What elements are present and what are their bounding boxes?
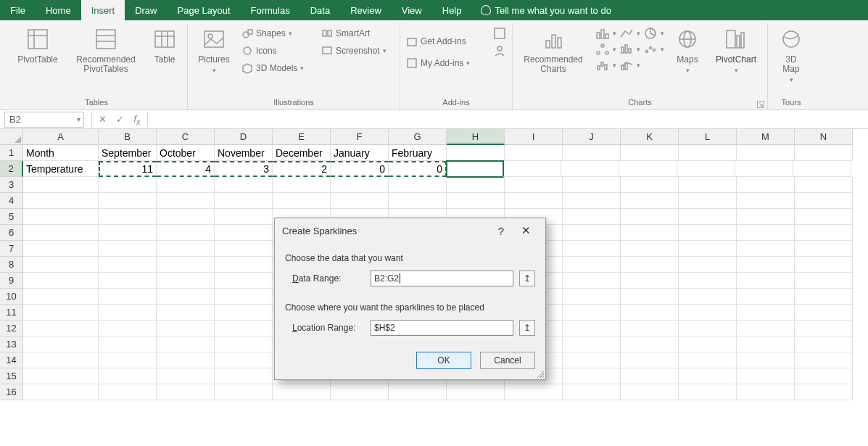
cell-M5[interactable] (737, 209, 795, 225)
cell-K6[interactable] (621, 225, 679, 241)
cell-B4[interactable] (99, 193, 157, 209)
cell-C15[interactable] (157, 368, 215, 384)
cell-B15[interactable] (99, 368, 157, 384)
row-header-7[interactable]: 7 (0, 241, 23, 257)
cell-C5[interactable] (157, 209, 215, 225)
cell-K14[interactable] (621, 352, 679, 368)
cell-A4[interactable] (23, 193, 99, 209)
cell-D16[interactable] (215, 384, 273, 400)
cell-F2[interactable]: 0 (331, 161, 389, 177)
cell-C16[interactable] (157, 384, 215, 400)
data-range-input[interactable]: B2:G2 (371, 271, 513, 286)
col-header-H[interactable]: H (447, 129, 505, 145)
cell-D4[interactable] (215, 193, 273, 209)
cell-M8[interactable] (737, 257, 795, 273)
tell-me[interactable]: Tell me what you want to do (472, 0, 620, 20)
icons-button[interactable]: Icons (241, 44, 314, 58)
cell-M11[interactable] (737, 305, 795, 321)
my-addins-button[interactable]: My Add-ins▾ (406, 54, 486, 73)
row-header-2[interactable]: 2 (0, 161, 23, 177)
cell-N9[interactable] (795, 273, 853, 289)
col-header-F[interactable]: F (331, 129, 389, 145)
statistic-chart-button[interactable]: ▾ (619, 42, 640, 57)
col-header-L[interactable]: L (679, 129, 737, 145)
select-all-corner[interactable] (0, 129, 23, 145)
menu-review[interactable]: Review (340, 0, 392, 20)
cell-A8[interactable] (23, 257, 99, 273)
cell-B7[interactable] (99, 241, 157, 257)
cell-M10[interactable] (737, 289, 795, 305)
cell-B11[interactable] (99, 305, 157, 321)
location-range-input[interactable]: $H$2 (371, 320, 513, 336)
cell-J16[interactable] (563, 384, 621, 400)
row-header-3[interactable]: 3 (0, 177, 23, 193)
row-header-6[interactable]: 6 (0, 225, 23, 241)
cell-D13[interactable] (215, 336, 273, 352)
col-header-C[interactable]: C (157, 129, 215, 145)
cell-N3[interactable] (795, 177, 853, 193)
cell-D5[interactable] (215, 209, 273, 225)
cell-I2[interactable] (503, 161, 561, 177)
cell-J9[interactable] (563, 273, 621, 289)
enter-formula-button[interactable]: ✓ (111, 114, 128, 125)
cell-I1[interactable] (505, 145, 563, 161)
cell-L10[interactable] (679, 289, 737, 305)
cell-D6[interactable] (215, 225, 273, 241)
cell-M7[interactable] (737, 241, 795, 257)
cell-N16[interactable] (795, 384, 853, 400)
cell-L15[interactable] (679, 368, 737, 384)
cell-D1[interactable]: November (215, 145, 273, 161)
pivottable-button[interactable]: PivotTable (12, 26, 64, 65)
cell-A11[interactable] (23, 305, 99, 321)
cell-F1[interactable]: January (331, 145, 389, 161)
name-box[interactable]: B2 (4, 112, 84, 128)
cell-A12[interactable] (23, 321, 99, 336)
location-range-picker[interactable]: ↥ (519, 320, 535, 336)
cell-D7[interactable] (215, 241, 273, 257)
col-header-E[interactable]: E (273, 129, 331, 145)
people-graph-button[interactable] (493, 44, 506, 58)
menu-home[interactable]: Home (36, 0, 81, 20)
cell-J13[interactable] (563, 336, 621, 352)
pictures-button[interactable]: Pictures ▾ (194, 26, 234, 75)
cell-K5[interactable] (621, 209, 679, 225)
cell-I3[interactable] (505, 177, 563, 193)
cell-N13[interactable] (795, 336, 853, 352)
cell-D9[interactable] (215, 273, 273, 289)
bing-maps-button[interactable] (493, 26, 506, 41)
col-header-N[interactable]: N (795, 129, 853, 145)
menu-help[interactable]: Help (432, 0, 472, 20)
col-header-M[interactable]: M (737, 129, 795, 145)
3d-map-button[interactable]: 3D Map▾ (774, 26, 809, 84)
cell-A10[interactable] (23, 289, 99, 305)
cell-C6[interactable] (157, 225, 215, 241)
cell-M9[interactable] (737, 273, 795, 289)
cell-J8[interactable] (563, 257, 621, 273)
cell-N5[interactable] (795, 209, 853, 225)
cell-L5[interactable] (679, 209, 737, 225)
line-chart-button[interactable]: ▾ (619, 26, 640, 41)
cell-A5[interactable] (23, 209, 99, 225)
cell-K4[interactable] (621, 193, 679, 209)
cell-L9[interactable] (679, 273, 737, 289)
cell-L13[interactable] (679, 336, 737, 352)
cell-C2[interactable]: 4 (157, 161, 215, 177)
menu-data[interactable]: Data (300, 0, 340, 20)
cell-N8[interactable] (795, 257, 853, 273)
cell-B1[interactable]: September (99, 145, 157, 161)
row-header-4[interactable]: 4 (0, 193, 23, 209)
cell-J1[interactable] (563, 145, 621, 161)
dialog-close-button[interactable]: ✕ (513, 224, 538, 237)
menu-page-layout[interactable]: Page Layout (168, 0, 241, 20)
cell-G1[interactable]: February (389, 145, 447, 161)
cell-L16[interactable] (679, 384, 737, 400)
cell-A14[interactable] (23, 352, 99, 368)
menu-insert[interactable]: Insert (81, 0, 125, 20)
cell-D2[interactable]: 3 (215, 161, 273, 177)
col-header-K[interactable]: K (621, 129, 679, 145)
cell-A2[interactable]: Temperature (23, 161, 99, 177)
cell-H16[interactable] (447, 384, 505, 400)
cell-A9[interactable] (23, 273, 99, 289)
cell-H3[interactable] (447, 177, 505, 193)
cell-E1[interactable]: December (273, 145, 331, 161)
